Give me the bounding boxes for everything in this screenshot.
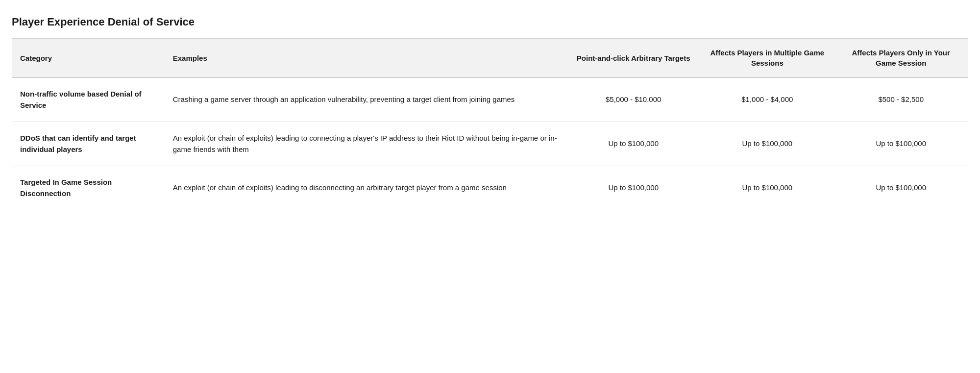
- table-row: Non-traffic volume based Denial of Servi…: [12, 77, 968, 122]
- cell-multiple: $1,000 - $4,000: [700, 77, 834, 122]
- cell-multiple: Up to $100,000: [700, 122, 834, 166]
- cell-category: DDoS that can identify and target indivi…: [12, 122, 165, 166]
- dos-table: Category Examples Point-and-click Arbitr…: [12, 38, 968, 210]
- header-examples: Examples: [165, 39, 566, 78]
- cell-arbitrary: $5,000 - $10,000: [566, 77, 700, 122]
- cell-category: Non-traffic volume based Denial of Servi…: [12, 77, 165, 122]
- cell-only: $500 - $2,500: [834, 77, 968, 122]
- table-row: Targeted In Game Session DisconnectionAn…: [12, 166, 968, 210]
- header-arbitrary: Point-and-click Arbitrary Targets: [566, 39, 700, 78]
- header-multiple: Affects Players in Multiple Game Session…: [700, 39, 834, 78]
- cell-examples: An exploit (or chain of exploits) leadin…: [165, 122, 566, 166]
- cell-examples: An exploit (or chain of exploits) leadin…: [165, 166, 566, 210]
- table-header-row: Category Examples Point-and-click Arbitr…: [12, 39, 968, 78]
- cell-examples: Crashing a game server through an applic…: [165, 77, 566, 122]
- table-row: DDoS that can identify and target indivi…: [12, 122, 968, 166]
- cell-arbitrary: Up to $100,000: [566, 122, 700, 166]
- cell-arbitrary: Up to $100,000: [566, 166, 700, 210]
- page-title: Player Experience Denial of Service: [12, 16, 968, 28]
- header-only: Affects Players Only in Your Game Sessio…: [834, 39, 968, 78]
- cell-multiple: Up to $100,000: [700, 166, 834, 210]
- cell-category: Targeted In Game Session Disconnection: [12, 166, 165, 210]
- header-category: Category: [12, 39, 165, 78]
- cell-only: Up to $100,000: [834, 122, 968, 166]
- cell-only: Up to $100,000: [834, 166, 968, 210]
